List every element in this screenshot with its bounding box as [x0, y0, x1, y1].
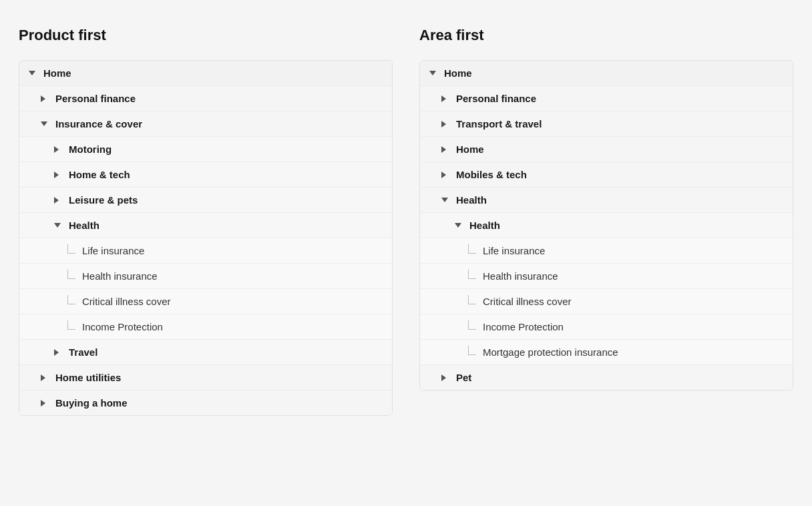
tree-item-motoring-l[interactable]: Motoring [19, 137, 392, 162]
label-leisure-l: Leisure & pets [69, 194, 138, 206]
leaf-icon [468, 348, 477, 357]
leaf-icon [468, 322, 477, 332]
tree-item-health2-r[interactable]: Health [420, 213, 793, 238]
tree-item-leisure-l[interactable]: Leisure & pets [19, 188, 392, 213]
label-health-ins-r: Health insurance [483, 270, 558, 282]
right-title: Area first [419, 27, 793, 44]
expand-icon [41, 400, 50, 407]
label-travel-l: Travel [69, 346, 97, 358]
tree-item-buying-home-l[interactable]: Buying a home [19, 391, 392, 415]
collapse-icon [54, 223, 63, 228]
label-home-util-l: Home utilities [55, 372, 121, 383]
expand-icon [441, 95, 451, 102]
tree-item-life-ins-r: Life insurance [420, 238, 793, 264]
tree-item-home-r[interactable]: Home [420, 61, 793, 86]
label-pet-r: Pet [456, 372, 471, 383]
collapse-icon [429, 71, 439, 75]
tree-item-mobiles-r[interactable]: Mobiles & tech [420, 162, 793, 188]
collapse-icon [455, 223, 464, 228]
leaf-icon [468, 272, 477, 281]
collapse-icon [441, 198, 451, 202]
expand-icon [54, 197, 63, 204]
label-health-r: Health [456, 194, 487, 206]
right-column: Area first HomePersonal financeTransport… [419, 27, 793, 416]
label-insurance-l: Insurance & cover [55, 118, 142, 130]
tree-item-mortgage-r: Mortgage protection insurance [420, 340, 793, 365]
expand-icon [54, 146, 63, 153]
label-critical-r: Critical illness cover [483, 296, 572, 307]
expand-icon [41, 374, 50, 381]
collapse-icon [41, 121, 50, 126]
leaf-icon [468, 246, 477, 256]
tree-item-health-r[interactable]: Health [420, 188, 793, 213]
label-home2-r: Home [456, 144, 484, 155]
page-container: Product first HomePersonal financeInsura… [19, 27, 793, 416]
tree-item-pet-r[interactable]: Pet [420, 365, 793, 390]
tree-item-home-tech-l[interactable]: Home & tech [19, 162, 392, 188]
label-life-ins-l: Life insurance [82, 245, 144, 256]
tree-item-critical-r: Critical illness cover [420, 289, 793, 314]
tree-item-travel-l[interactable]: Travel [19, 340, 392, 365]
leaf-icon [67, 246, 77, 256]
label-health-ins-l: Health insurance [82, 270, 158, 282]
label-home-l: Home [43, 67, 71, 79]
label-personal-finance-r: Personal finance [456, 93, 536, 104]
label-health-l: Health [69, 220, 99, 231]
tree-item-income-l: Income Protection [19, 314, 392, 340]
tree-item-personal-finance-r[interactable]: Personal finance [420, 86, 793, 111]
tree-item-personal-finance-l[interactable]: Personal finance [19, 86, 392, 111]
label-home-r: Home [444, 67, 472, 79]
tree-item-insurance-l[interactable]: Insurance & cover [19, 111, 392, 137]
tree-item-income-r: Income Protection [420, 314, 793, 340]
tree-item-critical-l: Critical illness cover [19, 289, 392, 314]
label-life-ins-r: Life insurance [483, 245, 545, 256]
left-title: Product first [19, 27, 393, 44]
right-tree: HomePersonal financeTransport & travelHo… [419, 60, 793, 391]
tree-item-home2-r[interactable]: Home [420, 137, 793, 162]
label-critical-l: Critical illness cover [82, 296, 171, 307]
expand-icon [441, 121, 451, 128]
tree-item-life-ins-l: Life insurance [19, 238, 392, 264]
tree-item-home-l[interactable]: Home [19, 61, 392, 86]
expand-icon [441, 172, 451, 178]
leaf-icon [67, 297, 77, 306]
label-home-tech-l: Home & tech [69, 169, 130, 180]
label-health2-r: Health [469, 220, 500, 231]
leaf-icon [67, 272, 77, 281]
label-income-r: Income Protection [483, 321, 564, 332]
label-income-l: Income Protection [82, 321, 163, 332]
label-mortgage-r: Mortgage protection insurance [483, 346, 618, 358]
left-column: Product first HomePersonal financeInsura… [19, 27, 393, 416]
label-buying-home-l: Buying a home [55, 397, 128, 409]
tree-item-transport-r[interactable]: Transport & travel [420, 111, 793, 137]
tree-item-health-l[interactable]: Health [19, 213, 392, 238]
tree-item-health-ins-l: Health insurance [19, 264, 392, 289]
expand-icon [441, 146, 451, 153]
label-motoring-l: Motoring [69, 144, 112, 155]
leaf-icon [468, 297, 477, 306]
label-personal-finance-l: Personal finance [55, 93, 136, 104]
collapse-icon [29, 71, 38, 75]
expand-icon [41, 95, 50, 102]
leaf-icon [67, 322, 77, 332]
tree-item-health-ins-r: Health insurance [420, 264, 793, 289]
expand-icon [441, 374, 451, 381]
label-mobiles-r: Mobiles & tech [456, 169, 527, 180]
tree-item-home-util-l[interactable]: Home utilities [19, 365, 392, 391]
expand-icon [54, 172, 63, 178]
left-tree: HomePersonal financeInsurance & coverMot… [19, 60, 393, 416]
expand-icon [54, 349, 63, 356]
label-transport-r: Transport & travel [456, 118, 542, 130]
